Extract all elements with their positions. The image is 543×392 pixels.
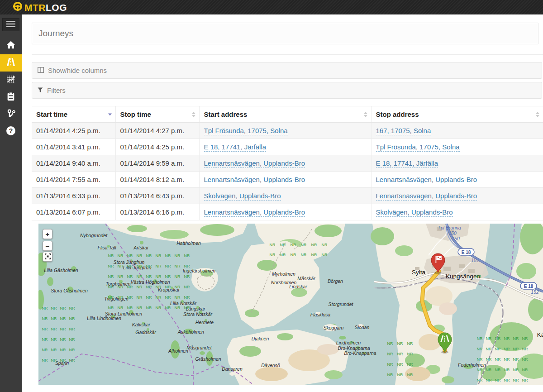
stop-address-cell[interactable]: Skolvägen, Upplands-Bro: [371, 204, 543, 220]
journey-row[interactable]: 01/14/2014 4:25 p.m.01/14/2014 4:27 p.m.…: [32, 123, 543, 139]
map-zoom-in-button[interactable]: +: [43, 229, 52, 239]
column-header-stop-address[interactable]: Stop address: [371, 106, 543, 123]
column-header-stop-time[interactable]: Stop time: [115, 106, 199, 123]
nature-reserve-label: NR: [146, 264, 152, 268]
start-address-link[interactable]: Skolvägen, Upplands-Bro: [204, 192, 281, 201]
nature-reserve-label: NR: [137, 306, 143, 310]
sort-toggle-icon: [192, 112, 195, 117]
nature-reserve-label: NR: [42, 327, 48, 331]
map-island-label: Dävensö: [261, 363, 280, 368]
start-address-cell[interactable]: Tpl Frösunda, 17075, Solna: [199, 123, 371, 139]
nature-reserve-label: NR: [407, 373, 413, 377]
map-island-label: Djäknen: [252, 336, 269, 341]
map-island-label: Stora Gåsholmen: [51, 288, 88, 293]
nature-reserve-label: NR: [108, 295, 114, 300]
stop-address-cell[interactable]: 167, 17075, Solna: [371, 123, 543, 139]
column-header-start-address[interactable]: Start address: [199, 106, 371, 123]
nature-reserve-label: NR: [270, 243, 276, 247]
map-island-label: Bro-Knapparna: [344, 350, 376, 356]
stop-address-link[interactable]: Lennartsnäsvägen, Upplands-Bro: [376, 176, 477, 184]
filter-funnel-icon: [38, 86, 43, 94]
nature-reserve-label: NR: [397, 373, 403, 377]
sidebar-item-help[interactable]: ?: [0, 123, 22, 140]
sidebar-item-journeys[interactable]: [0, 54, 22, 72]
home-icon: [6, 40, 16, 52]
start-address-link[interactable]: Lennartsnäsvägen, Upplands-Bro: [204, 208, 305, 217]
stop-address-link[interactable]: Lennartsnäsvägen, Upplands-Bro: [376, 192, 477, 201]
nature-reserve-label: NR: [184, 295, 190, 300]
start-address-link[interactable]: Tpl Frösunda, 17075, Solna: [204, 127, 288, 135]
sort-desc-icon: [108, 113, 112, 115]
show-hide-columns-button[interactable]: Show/hide columns: [32, 62, 542, 79]
nature-reserve-label: NR: [137, 285, 143, 289]
journey-row[interactable]: 01/14/2014 9:40 a.m.01/14/2014 9:59 a.m.…: [32, 155, 543, 172]
sidebar-item-home[interactable]: [0, 37, 22, 54]
nature-reserve-label: NR: [486, 347, 492, 351]
map-fit-extent-button[interactable]: [43, 252, 52, 262]
map-road-label: 152: [531, 289, 539, 295]
nature-reserve-label: NR: [291, 253, 296, 257]
nature-reserve-label: NR: [42, 316, 48, 321]
nature-reserve-label: NR: [127, 264, 133, 268]
stop-address-cell[interactable]: Tpl Frösunda, 17075, Solna: [371, 139, 543, 155]
nature-reserve-label: NR: [513, 347, 519, 351]
stop-address-link[interactable]: 167, 17075, Solna: [376, 127, 431, 135]
stop-address-link[interactable]: Skolvägen, Upplands-Bro: [376, 208, 453, 217]
map-island-label: Skoggarn: [324, 325, 344, 330]
journey-row[interactable]: 01/14/2014 3:41 p.m.01/14/2014 4:25 p.m.…: [32, 139, 543, 155]
map-island-label: Myrholmen: [272, 271, 295, 277]
nature-reserve-label: NR: [477, 336, 483, 341]
map-road-label: Tpl Brunna: [438, 225, 461, 230]
nature-reserve-label: NR: [118, 295, 124, 300]
stop-address-cell[interactable]: Lennartsnäsvägen, Upplands-Bro: [371, 172, 543, 188]
nature-reserve-label: NR: [522, 347, 528, 351]
sidebar-item-keys[interactable]: [0, 106, 22, 123]
stop-address-cell[interactable]: Lennartsnäsvägen, Upplands-Bro: [371, 188, 543, 204]
map-island-label: Foderholmen: [458, 362, 486, 368]
stop-time-cell: 01/13/2014 6:16 p.m.: [115, 204, 199, 220]
nature-reserve-label: NR: [60, 306, 66, 311]
nature-reserve-label: NR: [69, 358, 75, 363]
map-island-label: Börgen: [328, 278, 343, 284]
start-address-link[interactable]: E 18, 17741, Järfälla: [204, 143, 267, 152]
start-address-cell[interactable]: Skolvägen, Upplands-Bro: [199, 188, 371, 204]
sort-toggle-icon: [364, 112, 367, 117]
nature-reserve-label: NR: [127, 253, 133, 258]
stop-address-link[interactable]: Tpl Frösunda, 17075, Solna: [376, 143, 460, 152]
start-address-cell[interactable]: Lennartsnäsvägen, Upplands-Bro: [199, 155, 371, 172]
stop-address-cell[interactable]: E 18, 17741, Järfälla: [371, 155, 543, 172]
nature-reserve-label: NR: [407, 341, 413, 346]
journey-row[interactable]: 01/14/2014 7:55 a.m.01/14/2014 8:12 a.m.…: [32, 172, 543, 188]
nature-reserve-label: NR: [165, 274, 171, 279]
journey-row[interactable]: 01/13/2014 6:33 p.m.01/13/2014 6:43 p.m.…: [32, 188, 543, 204]
app-logo[interactable]: MTRLOG: [13, 1, 67, 13]
sidebar-item-reports[interactable]: [0, 89, 22, 106]
start-address-link[interactable]: Lennartsnäsvägen, Upplands-Bro: [204, 159, 305, 168]
nature-reserve-label: NR: [387, 373, 393, 377]
menu-toggle-button[interactable]: [2, 18, 19, 31]
nature-reserve-label: NR: [522, 336, 528, 341]
start-address-link[interactable]: Lennartsnäsvägen, Upplands-Bro: [204, 176, 305, 184]
nature-reserve-label: NR: [175, 295, 181, 300]
svg-text:E 18: E 18: [524, 284, 533, 289]
column-label: Stop time: [120, 110, 151, 118]
journey-map[interactable]: NybogrundetFlisa TallArtskärHattholmenSt…: [38, 224, 543, 385]
nature-reserve-label: NR: [407, 362, 413, 367]
nature-reserve-label: NR: [60, 348, 66, 352]
start-address-cell[interactable]: Lennartsnäsvägen, Upplands-Bro: [199, 204, 371, 220]
map-island-label: Måsskär: [297, 276, 315, 281]
start-address-cell[interactable]: E 18, 17741, Järfälla: [199, 139, 371, 155]
column-header-start-time[interactable]: Start time: [32, 106, 115, 123]
start-time-cell: 01/14/2014 7:55 a.m.: [32, 172, 115, 188]
nature-reserve-label: NR: [137, 253, 143, 258]
start-address-cell[interactable]: Lennartsnäsvägen, Upplands-Bro: [199, 172, 371, 188]
map-zoom-out-button[interactable]: −: [43, 241, 52, 251]
nature-reserve-label: NR: [387, 352, 393, 356]
journey-row[interactable]: 01/13/2014 6:07 p.m.01/13/2014 6:16 p.m.…: [32, 204, 543, 220]
nature-reserve-label: NR: [165, 285, 171, 289]
stop-address-link[interactable]: E 18, 17741, Järfälla: [376, 159, 438, 168]
nature-reserve-label: NR: [108, 306, 114, 310]
filters-button[interactable]: Filters: [32, 82, 542, 99]
sidebar-item-statistics[interactable]: [0, 72, 22, 89]
nature-reserve-label: NR: [165, 295, 171, 300]
